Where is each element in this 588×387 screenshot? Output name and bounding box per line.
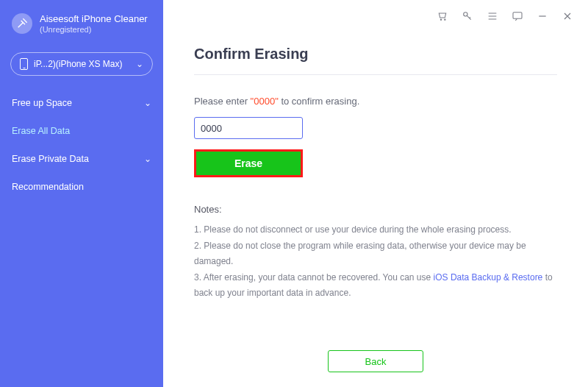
- note-line-3: 3. After erasing, your data cannot be re…: [194, 270, 557, 302]
- phone-icon: [20, 58, 28, 70]
- nav: Free up Space ⌄ Erase All Data Erase Pri…: [0, 89, 163, 201]
- key-icon[interactable]: [462, 10, 473, 22]
- backup-restore-link[interactable]: iOS Data Backup & Restore: [434, 272, 543, 283]
- cart-icon[interactable]: [437, 10, 448, 22]
- feedback-icon[interactable]: [512, 10, 523, 22]
- sidebar-item-label: Erase All Data: [12, 126, 70, 136]
- note-line-1: 1. Please do not disconnect or use your …: [194, 222, 557, 238]
- app-title: Aiseesoft iPhone Cleaner: [40, 13, 148, 25]
- footer: Back: [163, 350, 588, 387]
- confirm-code: "0000": [251, 96, 279, 107]
- sidebar: Aiseesoft iPhone Cleaner (Unregistered) …: [0, 0, 163, 387]
- svg-rect-1: [513, 13, 522, 19]
- sidebar-item-recommendation[interactable]: Recommendation: [0, 173, 163, 201]
- sidebar-item-freeup[interactable]: Free up Space ⌄: [0, 89, 163, 117]
- main: Confirm Erasing Please enter "0000" to c…: [163, 0, 588, 387]
- page-title: Confirm Erasing: [194, 46, 557, 63]
- erase-highlight: Erase: [194, 149, 303, 177]
- device-selector[interactable]: iP...2)(iPhone XS Max) ⌄: [10, 52, 153, 76]
- sidebar-item-label: Recommendation: [12, 182, 84, 192]
- minimize-icon[interactable]: [537, 10, 548, 22]
- sidebar-item-label: Erase Private Data: [12, 154, 89, 164]
- menu-icon[interactable]: [487, 10, 498, 22]
- close-icon[interactable]: [562, 10, 573, 22]
- back-button[interactable]: Back: [328, 350, 423, 372]
- chevron-down-icon: ⌄: [144, 98, 151, 108]
- divider: [194, 74, 557, 75]
- sidebar-item-erase-private[interactable]: Erase Private Data ⌄: [0, 145, 163, 173]
- confirm-code-input[interactable]: [194, 117, 303, 139]
- notes-title: Notes:: [194, 204, 557, 215]
- sidebar-item-erase-all[interactable]: Erase All Data: [0, 117, 163, 145]
- brand: Aiseesoft iPhone Cleaner (Unregistered): [0, 10, 163, 45]
- sidebar-item-label: Free up Space: [12, 98, 72, 108]
- app-subtitle: (Unregistered): [40, 25, 148, 35]
- chevron-down-icon: ⌄: [136, 59, 143, 69]
- note-line-2: 2. Please do not close the program while…: [194, 238, 557, 270]
- svg-point-0: [464, 13, 467, 16]
- content: Confirm Erasing Please enter "0000" to c…: [163, 29, 588, 350]
- confirm-prompt: Please enter "0000" to confirm erasing.: [194, 96, 557, 107]
- window-controls: [163, 0, 588, 29]
- app-logo-icon: [12, 13, 32, 34]
- chevron-down-icon: ⌄: [144, 154, 151, 164]
- device-label: iP...2)(iPhone XS Max): [34, 59, 123, 69]
- erase-button[interactable]: Erase: [196, 152, 301, 175]
